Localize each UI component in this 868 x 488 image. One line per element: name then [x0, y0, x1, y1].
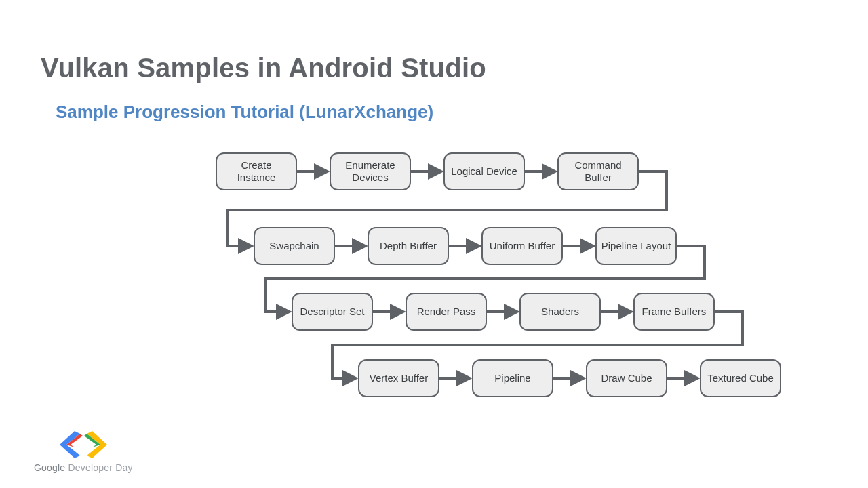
page-title: Vulkan Samples in Android Studio — [41, 53, 486, 83]
footer-brand: Google — [34, 462, 65, 473]
footer: Google Developer Day — [34, 428, 133, 473]
node-vertex-buffer: Vertex Buffer — [358, 359, 439, 397]
node-pipeline-layout: Pipeline Layout — [595, 227, 677, 265]
node-depth-buffer: Depth Buffer — [368, 227, 449, 265]
node-shaders: Shaders — [519, 293, 601, 331]
page-subtitle: Sample Progression Tutorial (LunarXchang… — [56, 102, 433, 123]
node-textured-cube: Textured Cube — [700, 359, 781, 397]
node-uniform-buffer: Uniform Buffer — [481, 227, 563, 265]
node-descriptor-set: Descriptor Set — [292, 293, 373, 331]
node-enumerate-devices: Enumerate Devices — [330, 152, 411, 190]
node-logical-device: Logical Device — [443, 152, 525, 190]
node-create-instance: Create Instance — [216, 152, 297, 190]
slide: Vulkan Samples in Android Studio Sample … — [0, 0, 868, 488]
node-render-pass: Render Pass — [406, 293, 487, 331]
node-swapchain: Swapchain — [254, 227, 335, 265]
node-command-buffer: Command Buffer — [557, 152, 639, 190]
google-developers-logo-icon — [53, 428, 114, 458]
footer-rest: Developer Day — [65, 462, 132, 473]
node-pipeline: Pipeline — [472, 359, 553, 397]
node-frame-buffers: Frame Buffers — [633, 293, 715, 331]
footer-text: Google Developer Day — [34, 462, 133, 473]
node-draw-cube: Draw Cube — [586, 359, 667, 397]
